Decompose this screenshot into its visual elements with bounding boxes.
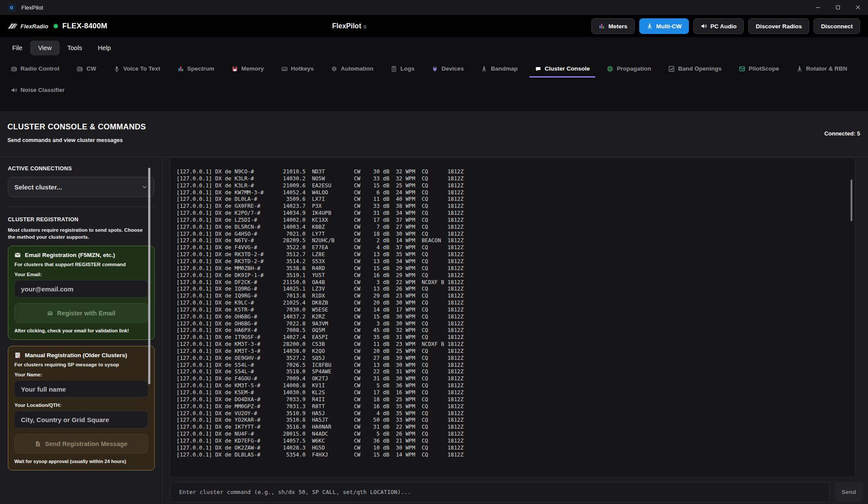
console-line: [127.0.0.1] DX de RK3TD-2-# 3514.2 S53X … — [176, 258, 855, 265]
tab-noise-classifier[interactable]: Noise Classifier — [5, 87, 70, 99]
name-field[interactable] — [14, 380, 148, 398]
tab-logs[interactable]: Logs — [385, 65, 420, 78]
console-output[interactable]: [127.0.0.1] DX de N9CO-# 21010.5 ND3T CW… — [170, 157, 855, 477]
command-row: Send — [170, 482, 863, 502]
menu-view[interactable]: View — [30, 41, 59, 55]
menu-help[interactable]: Help — [90, 41, 119, 55]
tab-label: Devices — [441, 65, 464, 72]
console-line: [127.0.0.1] DX de KM3T-5-# 14008.8 KV1I … — [176, 382, 855, 389]
email-icon — [47, 310, 53, 316]
tab-label: Propagation — [617, 65, 651, 72]
disconnect-button[interactable]: Disconnect — [814, 18, 860, 34]
console-line: [127.0.0.1] DX de IQ9RG-# 14025.1 LZ3V C… — [176, 286, 855, 293]
tab-label: Rotator & RBN — [806, 65, 848, 72]
tab-cluster-console[interactable]: Cluster Console — [529, 65, 596, 78]
tab-memory[interactable]: Memory — [226, 65, 270, 78]
tab-label: Band Openings — [678, 65, 722, 72]
console-line: [127.0.0.1] DX de N9CO-# 21010.5 ND3T CW… — [176, 169, 855, 176]
menu-file[interactable]: File — [4, 41, 30, 55]
send-button[interactable]: Send — [835, 482, 863, 502]
manual-registration-note: Wait for sysop approval (usually within … — [14, 459, 148, 464]
pc-audio-button[interactable]: PC Audio — [693, 18, 744, 34]
tab-label: Spectrum — [187, 65, 214, 72]
tab-automation[interactable]: Automation — [326, 65, 379, 78]
console-line: [127.0.0.1] DX de DL8LAS-# 5354.0 F4HXJ … — [176, 452, 855, 459]
cluster-select[interactable]: Select cluster... — [8, 177, 154, 197]
memo-icon — [14, 352, 21, 359]
radio-icon — [11, 66, 17, 72]
email-registration-panel: Email Registration (F5MZN, etc.) For clu… — [8, 246, 155, 340]
cluster-command-input[interactable] — [170, 482, 830, 502]
console-line: [127.0.0.1] DX de LZ5DI-# 14002.0 KC1XX … — [176, 217, 855, 224]
main-area: ACTIVE CONNECTIONS Select cluster... CLU… — [0, 157, 868, 504]
discover-radios-button[interactable]: Discover Radios — [748, 18, 809, 34]
tab-label: Logs — [400, 65, 414, 72]
console-line: [127.0.0.1] DX de IK7YTT-# 3516.0 HA0NAR… — [176, 424, 855, 431]
mic-icon — [114, 66, 120, 72]
qth-field[interactable] — [14, 411, 148, 428]
tab-pilotscope[interactable]: PilotScope — [733, 65, 785, 78]
close-button[interactable] — [848, 0, 868, 15]
console-scrollbar[interactable] — [851, 179, 852, 221]
envelope-icon — [14, 252, 21, 258]
discover-radios-label: Discover Radios — [756, 23, 802, 30]
multi-cw-label: Multi-CW — [656, 23, 682, 30]
console-line: [127.0.0.1] DX de K5TR-# 7030.0 W5ESE CW… — [176, 307, 855, 314]
tab-band-openings[interactable]: Band Openings — [663, 65, 727, 78]
tab-radio-control[interactable]: Radio Control — [5, 65, 65, 78]
header-bar: FlexRadio FLEX-8400M FlexPilot α MetersM… — [0, 15, 868, 37]
meters-label: Meters — [608, 23, 627, 30]
console-line: [127.0.0.1] DX de RK3TD-2-# 3512.7 LZ8E … — [176, 251, 855, 258]
tab-bandmap[interactable]: Bandmap — [475, 65, 523, 78]
cluster-registration-heading: CLUSTER REGISTRATION — [8, 216, 154, 223]
email-label: Your Email: — [14, 272, 148, 277]
tab-spectrum[interactable]: Spectrum — [172, 65, 220, 78]
active-connections-heading: ACTIVE CONNECTIONS — [8, 166, 154, 172]
console-line: [127.0.0.1] DX de DL5RCN-# 14003.4 K8BZ … — [176, 224, 855, 231]
tab-cw[interactable]: CW — [71, 65, 102, 78]
console-line: [127.0.0.1] DX de KD7EFG-# 14057.5 W6KC … — [176, 438, 855, 445]
console-line: [127.0.0.1] DX de OH6BG-# 14037.2 K2RZ C… — [176, 314, 855, 321]
document-icon — [35, 441, 41, 447]
console-line: [127.0.0.1] DX de N6TV-# 28209.5 N2UHC/B… — [176, 237, 855, 244]
flexradio-logo: FlexRadio — [8, 23, 48, 30]
meters-button[interactable]: Meters — [591, 18, 635, 34]
floppy-icon — [232, 66, 238, 72]
keyboard-icon — [281, 66, 288, 72]
sidebar-scrollbar[interactable] — [148, 168, 150, 384]
tab-rotator-rbn[interactable]: Rotator & RBN — [791, 65, 853, 78]
tab-devices[interactable]: Devices — [426, 65, 469, 78]
email-field[interactable] — [14, 280, 148, 298]
section-header: CLUSTER CONSOLE & COMMANDS Send commands… — [0, 112, 868, 157]
tab-hotkeys[interactable]: Hotkeys — [276, 65, 320, 78]
pc-audio-label: PC Audio — [710, 23, 736, 30]
send-registration-button[interactable]: Send Registration Message — [14, 434, 148, 453]
console-line: [127.0.0.1] DX de F4VVG-# 3522.0 E77EA C… — [176, 244, 855, 251]
tab-propagation[interactable]: Propagation — [601, 65, 657, 78]
email-registration-title: Email Registration (F5MZN, etc.) — [14, 252, 148, 258]
console-line: [127.0.0.1] DX de VU2OY-# 3510.9 HA5J CW… — [176, 410, 855, 417]
maximize-button[interactable] — [828, 0, 848, 15]
connection-status-dot — [54, 24, 58, 28]
cluster-select-value: Select cluster... — [14, 183, 62, 191]
console-line: [127.0.0.1] DX de KM3T-3-# 14038.0 K2QO … — [176, 348, 855, 355]
antenna-icon — [647, 23, 653, 29]
tab-row-2: Noise Classifier — [0, 78, 868, 99]
console-line: [127.0.0.1] DX de MM0ZBH-# 3538.8 R4RD C… — [176, 265, 855, 272]
menu-bar: FileViewToolsHelp — [0, 37, 868, 59]
meters-icon — [178, 66, 184, 72]
tab-voice-to-text[interactable]: Voice To Text — [108, 65, 166, 78]
register-with-email-button[interactable]: Register with Email — [14, 303, 148, 323]
menu-tools[interactable]: Tools — [60, 41, 90, 55]
tab-label: Cluster Console — [545, 65, 590, 72]
header-buttons: MetersMulti-CWPC AudioDiscover RadiosDis… — [591, 18, 860, 34]
multi-cw-button[interactable]: Multi-CW — [639, 18, 689, 34]
name-label: Your Name: — [14, 372, 148, 377]
radio-icon — [77, 66, 83, 72]
manual-registration-title: Manual Registration (Older Clusters) — [14, 352, 148, 359]
page-subtitle: Send commands and view cluster messages — [7, 137, 860, 143]
manual-registration-subtitle: For clusters requiring SP message to sys… — [14, 362, 148, 367]
console-text: [127.0.0.1] DX de N9CO-# 21010.5 ND3T CW… — [176, 169, 855, 458]
console-line: [127.0.0.1] DX de K5EM-# 14030.0 KL2S CW… — [176, 389, 855, 396]
minimize-button[interactable] — [808, 0, 828, 15]
